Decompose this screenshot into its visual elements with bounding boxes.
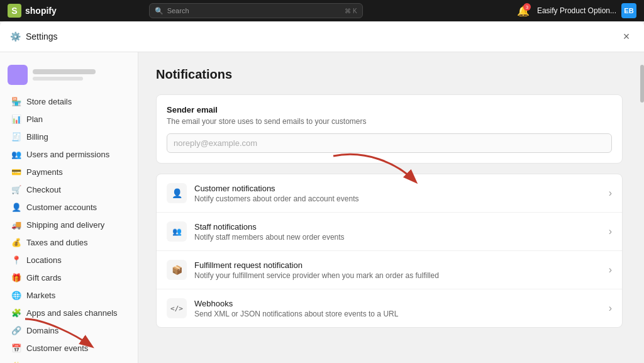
store-info xyxy=(0,60,138,92)
sidebar-item-gift-cards[interactable]: 🎁 Gift cards xyxy=(3,269,135,286)
checkout-icon: 🛒 xyxy=(11,184,21,194)
search-shortcut: ⌘ K xyxy=(345,8,357,14)
page-title: Notifications xyxy=(156,67,623,82)
sidebar-item-label: Store details xyxy=(26,97,72,106)
notification-badge: 3 xyxy=(523,3,531,11)
webhooks-item[interactable]: </> Webhooks Send XML or JSON notificati… xyxy=(157,289,622,327)
chevron-right-icon: › xyxy=(609,226,612,237)
fulfillment-request-item[interactable]: 📦 Fulfillment request notification Notif… xyxy=(157,251,622,289)
shopify-logo[interactable]: S shopify xyxy=(8,4,70,18)
search-icon: 🔍 xyxy=(155,7,164,15)
modal-header: ⚙️ Settings × xyxy=(0,21,644,52)
chevron-right-icon: › xyxy=(609,303,612,314)
sidebar-item-markets[interactable]: 🌐 Markets xyxy=(3,286,135,304)
webhooks-desc: Send XML or JSON notifications about sto… xyxy=(194,310,601,318)
fulfillment-desc: Notify your fulfillment service provider… xyxy=(194,271,601,280)
sidebar-item-label: Customer accounts xyxy=(26,203,97,212)
shopify-label: shopify xyxy=(25,6,57,16)
sidebar-item-label: Users and permissions xyxy=(26,150,109,159)
sidebar-item-label: Billing xyxy=(26,132,48,142)
webhooks-icon: </> xyxy=(167,298,187,318)
sidebar-item-label: Plan xyxy=(26,114,43,124)
payments-icon: 💳 xyxy=(11,167,21,177)
sidebar-item-label: Locations xyxy=(26,255,62,265)
modal-title: Settings xyxy=(26,31,58,42)
shopify-icon: S xyxy=(8,4,21,18)
sidebar-item-customer-accounts[interactable]: 👤 Customer accounts xyxy=(3,198,135,216)
chevron-right-icon: › xyxy=(609,264,612,276)
sidebar-item-billing[interactable]: 🧾 Billing xyxy=(3,128,135,145)
sidebar-item-plan[interactable]: 📊 Plan xyxy=(3,110,135,128)
sender-email-description: The email your store uses to send emails… xyxy=(167,117,612,126)
sidebar-item-label: Checkout xyxy=(26,185,61,194)
sidebar-item-label: Taxes and duties xyxy=(26,238,88,247)
shipping-icon: 🚚 xyxy=(11,220,21,230)
fulfillment-icon: 📦 xyxy=(167,260,187,280)
notifications-list-card: 👤 Customer notifications Notify customer… xyxy=(156,174,623,328)
brand-icon: ✨ xyxy=(11,360,21,363)
billing-icon: 🧾 xyxy=(11,131,21,142)
close-button[interactable]: × xyxy=(619,29,634,44)
markets-icon: 🌐 xyxy=(11,290,21,300)
sender-email-label: Sender email xyxy=(167,105,612,114)
main-content: Notifications Sender email The email you… xyxy=(138,52,640,363)
sidebar-item-checkout[interactable]: 🛒 Checkout xyxy=(3,181,135,198)
sidebar-item-label: Gift cards xyxy=(26,273,62,282)
gift-cards-icon: 🎁 xyxy=(11,272,21,282)
settings-modal: ⚙️ Settings × 🏪 Store details 📊 Plan xyxy=(0,21,644,363)
sender-email-card-body: Sender email The email your store uses t… xyxy=(157,95,622,163)
user-avatar[interactable]: EB xyxy=(621,3,636,18)
settings-icon: ⚙️ xyxy=(10,31,21,42)
sidebar-item-label: Customer events xyxy=(26,343,88,353)
sidebar-item-label: Brand xyxy=(26,361,48,364)
store-details-icon: 🏪 xyxy=(11,96,21,106)
topbar: S shopify 🔍 Search ⌘ K 🔔 3 Easify Produc… xyxy=(0,0,644,21)
apps-icon: 🧩 xyxy=(11,308,21,318)
sidebar-item-users-permissions[interactable]: 👥 Users and permissions xyxy=(3,145,135,163)
plan-icon: 📊 xyxy=(11,114,21,124)
sidebar-item-shipping[interactable]: 🚚 Shipping and delivery xyxy=(3,216,135,233)
store-avatar xyxy=(8,65,28,85)
sidebar-item-label: Shipping and delivery xyxy=(26,220,104,230)
sender-email-input[interactable] xyxy=(167,133,612,153)
sidebar-item-label: Markets xyxy=(26,291,55,300)
fulfillment-title: Fulfillment request notification xyxy=(194,260,601,270)
scrollbar-thumb xyxy=(640,65,644,103)
customer-notifications-desc: Notify customers about order and account… xyxy=(194,194,601,203)
search-bar[interactable]: 🔍 Search ⌘ K xyxy=(149,3,363,18)
sidebar-item-taxes[interactable]: 💰 Taxes and duties xyxy=(3,233,135,251)
chevron-right-icon: › xyxy=(609,187,612,199)
store-text xyxy=(33,69,96,81)
sidebar-item-label: Domains xyxy=(26,326,58,335)
domains-icon: 🔗 xyxy=(11,325,21,335)
search-placeholder: Search xyxy=(167,7,189,14)
sidebar-item-apps-sales-channels[interactable]: 🧩 Apps and sales channels xyxy=(3,304,135,321)
webhooks-text: Webhooks Send XML or JSON notifications … xyxy=(194,299,601,318)
settings-sidebar: 🏪 Store details 📊 Plan 🧾 Billing 👥 Users… xyxy=(0,52,138,363)
customer-events-icon: 📅 xyxy=(11,343,21,353)
staff-notifications-title: Staff notifications xyxy=(194,222,601,232)
sidebar-item-payments[interactable]: 💳 Payments xyxy=(3,163,135,181)
sidebar-item-domains[interactable]: 🔗 Domains xyxy=(3,321,135,339)
staff-notifications-text: Staff notifications Notify staff members… xyxy=(194,222,601,242)
customer-notifications-item[interactable]: 👤 Customer notifications Notify customer… xyxy=(157,174,622,213)
sidebar-item-store-details[interactable]: 🏪 Store details xyxy=(3,92,135,110)
customer-notifications-icon: 👤 xyxy=(167,183,187,203)
scrollbar[interactable] xyxy=(640,52,644,363)
sidebar-item-brand[interactable]: ✨ Brand xyxy=(3,357,135,363)
taxes-icon: 💰 xyxy=(11,237,21,247)
fulfillment-text: Fulfillment request notification Notify … xyxy=(194,260,601,280)
customer-notifications-text: Customer notifications Notify customers … xyxy=(194,184,601,203)
customer-accounts-icon: 👤 xyxy=(11,202,21,212)
notification-button[interactable]: 🔔 3 xyxy=(514,2,532,20)
users-icon: 👥 xyxy=(11,149,21,159)
sidebar-item-label: Apps and sales channels xyxy=(26,308,118,318)
sidebar-item-locations[interactable]: 📍 Locations xyxy=(3,251,135,269)
staff-notifications-desc: Notify staff members about new order eve… xyxy=(194,233,601,242)
topbar-right: 🔔 3 Easify Product Option... EB xyxy=(514,2,636,20)
staff-notifications-item[interactable]: 👥 Staff notifications Notify staff membe… xyxy=(157,213,622,251)
sidebar-item-customer-events[interactable]: 📅 Customer events xyxy=(3,339,135,357)
customer-notifications-title: Customer notifications xyxy=(194,184,601,193)
staff-notifications-icon: 👥 xyxy=(167,221,187,242)
modal-body: 🏪 Store details 📊 Plan 🧾 Billing 👥 Users… xyxy=(0,52,644,363)
